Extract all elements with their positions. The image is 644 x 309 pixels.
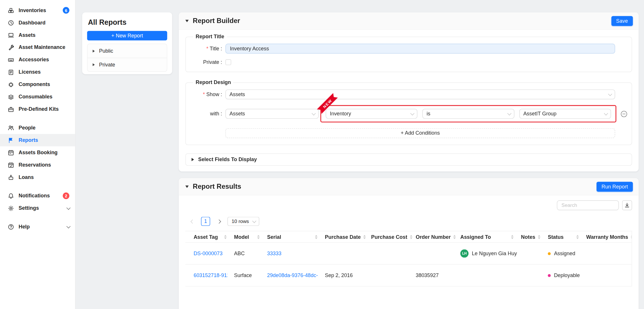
sort-icon[interactable] <box>410 235 412 239</box>
sort-icon[interactable] <box>511 235 514 239</box>
sidebar-item-label: Reservations <box>18 162 51 168</box>
sidebar-item-accessories[interactable]: Accessories <box>0 54 75 66</box>
sidebar-item-pre-defined-kits[interactable]: Pre-Defined Kits <box>0 103 75 115</box>
asset-tag-link[interactable]: 603152718-9123 <box>194 272 227 278</box>
sidebar-item-licenses[interactable]: Licenses <box>0 66 75 78</box>
show-select[interactable]: Assets <box>225 89 615 99</box>
sidebar-item-label: Asset Maintenance <box>18 45 65 50</box>
sort-icon[interactable] <box>538 235 541 239</box>
new-report-button[interactable]: + New Report <box>87 31 167 40</box>
sidebar-item-label: Inventories <box>18 7 46 13</box>
report-results-header[interactable]: Report Results Run Report <box>179 178 639 195</box>
sidebar-item-label: Assets Booking <box>18 150 57 155</box>
next-page-button[interactable] <box>214 217 224 226</box>
prev-page-button[interactable] <box>188 217 197 226</box>
loan-box-icon <box>7 174 14 181</box>
asset-tag-link[interactable]: DS-0000073 <box>194 251 223 256</box>
remove-condition-button[interactable] <box>620 110 627 117</box>
select-fields-label: Select Fields To Display <box>198 157 257 162</box>
sidebar-item-components[interactable]: Components <box>0 78 75 91</box>
rows-per-page-select[interactable]: 10 rows <box>227 217 259 226</box>
sidebar-item-label: Notifications <box>18 193 50 199</box>
sidebar-item-dashboard[interactable]: Dashboard <box>0 16 75 29</box>
briefcase-icon <box>7 106 14 112</box>
sidebar-item-assets[interactable]: Assets <box>0 29 75 41</box>
with-select-value: Assets <box>230 111 245 117</box>
run-report-button[interactable]: Run Report <box>596 182 633 191</box>
caret-down-icon <box>185 20 188 22</box>
with-entity-select[interactable]: Assets <box>225 109 319 119</box>
report-builder-header[interactable]: Report Builder Save <box>179 12 639 30</box>
condition-field-select[interactable]: Inventory <box>326 109 418 119</box>
sidebar-item-label: Dashboard <box>18 20 46 26</box>
sidebar-item-label: Pre-Defined Kits <box>18 106 58 112</box>
sidebar-item-settings[interactable]: Settings <box>0 202 75 214</box>
report-builder-title: Report Builder <box>193 17 240 25</box>
page-number-button[interactable]: 1 <box>201 217 210 226</box>
select-fields-panel[interactable]: Select Fields To Display <box>185 153 632 166</box>
sidebar-item-notifications[interactable]: Notifications 2 <box>0 190 75 202</box>
pagination: 1 10 rows <box>188 217 632 226</box>
sidebar-item-label: Assets <box>18 32 35 38</box>
sidebar-item-loans[interactable]: Loans <box>0 171 75 184</box>
sort-icon[interactable] <box>576 235 579 239</box>
cell-purchase-date: Sep 2, 2016 <box>322 272 368 278</box>
chevron-right-icon <box>217 219 221 223</box>
sort-icon[interactable] <box>224 235 227 239</box>
sort-icon[interactable] <box>453 235 456 239</box>
report-results-title: Report Results <box>193 183 241 190</box>
sidebar-item-reservations[interactable]: Reservations <box>0 159 75 171</box>
col-serial: Serial <box>267 234 281 240</box>
sidebar-item-assets-booking[interactable]: Assets Booking <box>0 146 75 159</box>
license-icon <box>7 69 14 75</box>
chip-icon <box>7 81 14 88</box>
sidebar-item-asset-maintenance[interactable]: Asset Maintenance <box>0 41 75 54</box>
sidebar-item-label: Accessories <box>18 57 49 63</box>
with-label: with : <box>192 111 222 117</box>
assets-icon <box>7 32 14 38</box>
folder-label: Private <box>99 62 115 68</box>
sidebar-item-consumables[interactable]: Consumables <box>0 91 75 103</box>
chevron-down-icon <box>604 111 608 115</box>
sidebar-item-inventories[interactable]: Inventories 6 <box>0 4 75 16</box>
report-builder-panel: Report Builder Save Report Title Title :… <box>179 12 639 171</box>
title-label: Title : <box>192 46 222 52</box>
cell-assigned-to: LH Le Nguyen Gia Huy <box>457 249 518 258</box>
private-checkbox[interactable] <box>225 59 231 65</box>
avatar: LH <box>460 249 469 258</box>
chevron-down-icon <box>252 219 256 223</box>
sort-icon[interactable] <box>363 235 366 239</box>
col-asset-tag: Asset Tag <box>194 234 218 240</box>
download-button[interactable] <box>622 200 632 210</box>
condition-operator-select[interactable]: is <box>422 109 514 119</box>
sort-icon[interactable] <box>315 235 318 239</box>
condition-field-value: Inventory <box>330 111 351 117</box>
notifications-count-badge: 2 <box>63 192 69 199</box>
all-reports-panel: All Reports + New Report Public Private <box>82 12 172 74</box>
folder-public[interactable]: Public <box>88 44 167 58</box>
col-notes: Notes <box>521 234 535 240</box>
search-input[interactable] <box>557 200 619 210</box>
sidebar-item-reports[interactable]: Reports <box>0 134 75 146</box>
add-conditions-button[interactable]: + Add Conditions <box>225 128 615 138</box>
cell-model: ABC <box>231 251 264 256</box>
folder-private[interactable]: Private <box>88 58 167 71</box>
sidebar-item-label: People <box>18 125 35 131</box>
save-button[interactable]: Save <box>611 16 633 26</box>
sidebar-item-label: Consumables <box>18 94 52 100</box>
sidebar-item-help[interactable]: Help <box>0 220 75 233</box>
col-purchase-cost: Purchase Cost <box>371 234 407 240</box>
serial-link[interactable]: 33333 <box>267 251 282 256</box>
sidebar-item-label: Licenses <box>18 69 41 75</box>
serial-link[interactable]: 29de08da-9376-48dc-... <box>267 272 318 278</box>
sidebar-item-people[interactable]: People <box>0 122 75 134</box>
sidebar-item-label: Help <box>18 224 30 230</box>
report-title-input[interactable] <box>225 44 615 54</box>
condition-operator-value: is <box>426 111 430 117</box>
sort-icon[interactable] <box>257 235 260 239</box>
table-row: DS-0000073 ABC 33333 LH Le Nguyen Gia Hu… <box>185 243 632 265</box>
condition-value-select[interactable]: AssetIT Group <box>519 109 611 119</box>
flag-icon <box>7 137 14 144</box>
main-content: Report Builder Save Report Title Title :… <box>179 12 639 309</box>
sort-icon[interactable] <box>631 235 632 239</box>
